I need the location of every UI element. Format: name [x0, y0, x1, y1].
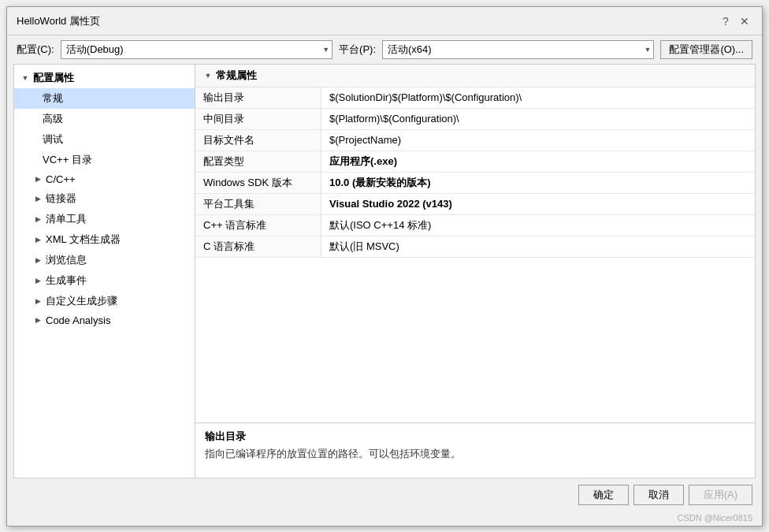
config-mgr-button[interactable]: 配置管理器(O)...	[660, 40, 752, 59]
help-button[interactable]: ?	[718, 13, 734, 29]
dialog-title: HelloWorld 属性页	[17, 14, 100, 28]
config-select-wrapper: 活动(Debug)	[61, 40, 332, 59]
prop-row[interactable]: 平台工具集Visual Studio 2022 (v143)	[195, 194, 755, 215]
prop-name: 配置类型	[195, 151, 321, 172]
prop-name: 输出目录	[195, 87, 321, 108]
expand-arrow-icon: ▶	[33, 235, 43, 244]
prop-section-arrow-icon: ▼	[203, 71, 213, 80]
main-area: ▼ 配置属性 常规高级调试VC++ 目录▶C/C++▶链接器▶清单工具▶XML …	[13, 64, 756, 478]
expand-arrow-icon: ▶	[33, 315, 43, 325]
prop-row[interactable]: 配置类型应用程序(.exe)	[195, 151, 755, 173]
properties-panel: ▼ 常规属性 输出目录$(SolutionDir)$(Platform)\$(C…	[195, 65, 755, 422]
expand-arrow-icon: ▶	[33, 194, 43, 203]
prop-value: 默认(旧 MSVC)	[321, 236, 755, 257]
title-controls: ? ✕	[718, 13, 752, 29]
config-select[interactable]: 活动(Debug)	[61, 40, 332, 59]
sidebar-item-label: C/C++	[46, 173, 76, 185]
expand-arrow-icon: ▼	[20, 73, 30, 83]
footer: 确定 取消 应用(A)	[7, 478, 762, 512]
prop-value: 应用程序(.exe)	[321, 151, 755, 172]
apply-button[interactable]: 应用(A)	[689, 485, 752, 505]
expand-arrow-icon: ▶	[33, 255, 43, 265]
prop-row[interactable]: 中间目录$(Platform)\$(Configuration)\	[195, 109, 755, 130]
prop-value: $(Platform)\$(Configuration)\	[321, 110, 755, 128]
sidebar-item-label: 链接器	[46, 192, 76, 206]
prop-row[interactable]: 目标文件名$(ProjectName)	[195, 130, 755, 151]
sidebar-item[interactable]: VC++ 目录	[14, 150, 195, 170]
prop-row[interactable]: 输出目录$(SolutionDir)$(Platform)\$(Configur…	[195, 87, 755, 109]
sidebar-item[interactable]: ▶XML 文档生成器	[14, 229, 195, 250]
sidebar-item[interactable]: ▶生成事件	[14, 270, 195, 291]
watermark: CSDN @Nicer0815	[7, 512, 762, 526]
sidebar-item-label: 生成事件	[46, 273, 87, 288]
sidebar-item[interactable]: ▶自定义生成步骤	[14, 291, 195, 311]
prop-section-header: ▼ 常规属性	[195, 65, 755, 87]
sidebar-item-label: Code Analysis	[46, 314, 110, 326]
expand-arrow-icon: ▶	[33, 276, 43, 285]
platform-select[interactable]: 活动(x64)	[382, 40, 654, 59]
sidebar-item-label: 浏览信息	[46, 253, 87, 267]
expand-arrow-icon: ▶	[33, 296, 43, 306]
prop-name: 平台工具集	[195, 194, 321, 214]
description-panel: 输出目录 指向已编译程序的放置位置的路径。可以包括环境变量。	[195, 422, 755, 478]
platform-label: 平台(P):	[339, 43, 376, 57]
sidebar-items-container: 常规高级调试VC++ 目录▶C/C++▶链接器▶清单工具▶XML 文档生成器▶浏…	[14, 88, 195, 329]
prop-row[interactable]: C 语言标准默认(旧 MSVC)	[195, 236, 755, 258]
sidebar: ▼ 配置属性 常规高级调试VC++ 目录▶C/C++▶链接器▶清单工具▶XML …	[14, 65, 195, 478]
expand-arrow-icon: ▶	[33, 214, 43, 224]
sidebar-item[interactable]: ▶清单工具	[14, 209, 195, 229]
desc-text: 指向已编译程序的放置位置的路径。可以包括环境变量。	[205, 447, 745, 461]
prop-row[interactable]: Windows SDK 版本10.0 (最新安装的版本)	[195, 173, 755, 194]
prop-name: Windows SDK 版本	[195, 173, 321, 193]
prop-value: 10.0 (最新安装的版本)	[321, 173, 755, 193]
prop-row[interactable]: C++ 语言标准默认(ISO C++14 标准)	[195, 215, 755, 236]
sidebar-item[interactable]: 常规	[14, 88, 195, 109]
title-bar: HelloWorld 属性页 ? ✕	[7, 7, 762, 35]
sidebar-item-label: 常规	[43, 91, 63, 106]
config-bar: 配置(C): 活动(Debug) 平台(P): 活动(x64) 配置管理器(O)…	[7, 35, 762, 64]
prop-name: 目标文件名	[195, 130, 321, 151]
config-label: 配置(C):	[17, 43, 54, 57]
prop-value: $(SolutionDir)$(Platform)\$(Configuratio…	[321, 88, 755, 106]
prop-name: C++ 语言标准	[195, 215, 321, 236]
prop-name: C 语言标准	[195, 236, 321, 257]
ok-button[interactable]: 确定	[578, 485, 629, 505]
sidebar-item-label: 调试	[43, 132, 63, 147]
sidebar-item-label: VC++ 目录	[43, 153, 92, 167]
desc-title: 输出目录	[205, 430, 745, 444]
sidebar-item[interactable]: 调试	[14, 129, 195, 150]
close-button[interactable]: ✕	[737, 13, 752, 29]
expand-arrow-icon: ▶	[33, 174, 43, 184]
dialog: HelloWorld 属性页 ? ✕ 配置(C): 活动(Debug) 平台(P…	[6, 6, 763, 526]
prop-section-title: 常规属性	[216, 69, 257, 83]
sidebar-item-label: 自定义生成步骤	[46, 294, 117, 308]
sidebar-item[interactable]: 高级	[14, 109, 195, 129]
prop-rows-container: 输出目录$(SolutionDir)$(Platform)\$(Configur…	[195, 87, 755, 258]
sidebar-item[interactable]: ▶Code Analysis	[14, 311, 195, 329]
cancel-button[interactable]: 取消	[633, 485, 684, 505]
prop-value: 默认(ISO C++14 标准)	[321, 215, 755, 236]
prop-name: 中间目录	[195, 109, 321, 129]
sidebar-item-label: XML 文档生成器	[46, 233, 121, 247]
sidebar-item[interactable]: ▶浏览信息	[14, 250, 195, 270]
prop-value: $(ProjectName)	[321, 131, 755, 149]
sidebar-item[interactable]: ▶链接器	[14, 188, 195, 209]
platform-select-wrapper: 活动(x64)	[382, 40, 654, 59]
content-area: ▼ 常规属性 输出目录$(SolutionDir)$(Platform)\$(C…	[195, 65, 755, 478]
sidebar-item-label: 高级	[43, 112, 63, 126]
sidebar-section-label: 配置属性	[33, 71, 74, 85]
prop-value: Visual Studio 2022 (v143)	[321, 195, 755, 213]
sidebar-item-label: 清单工具	[46, 212, 87, 226]
sidebar-section-config[interactable]: ▼ 配置属性	[14, 68, 195, 88]
sidebar-item[interactable]: ▶C/C++	[14, 170, 195, 188]
